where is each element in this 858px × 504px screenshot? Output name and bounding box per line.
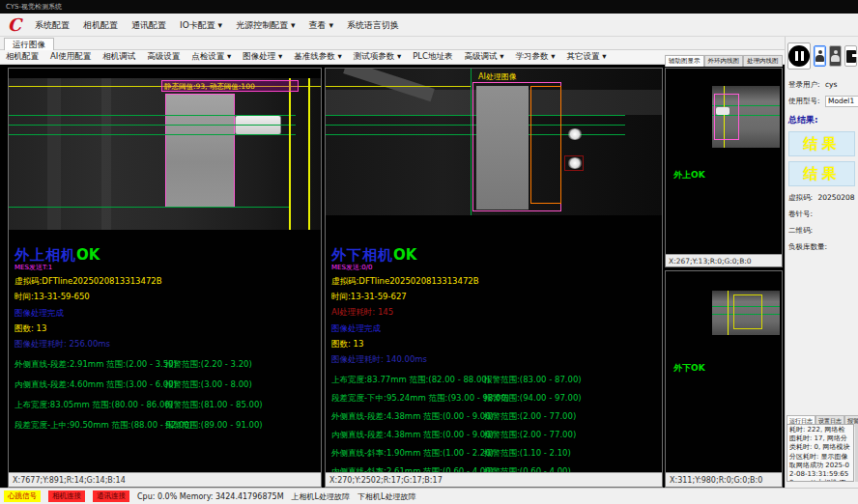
measurement-value: 外侧直线-斜率:1.90mm 范围:(1.00 - 2.20) xyxy=(331,448,494,460)
measure-line-green xyxy=(9,125,296,126)
toolbar-item[interactable]: 其它设置 ▾ xyxy=(566,51,606,63)
boundary-line-yellow xyxy=(728,291,729,335)
highlight-spot xyxy=(567,128,583,140)
roi-rect-yellow xyxy=(733,294,762,329)
boundary-line-green xyxy=(471,69,472,215)
toolbar-item[interactable]: 高级设置 xyxy=(147,51,180,63)
toolbar-item[interactable]: 相机调试 xyxy=(102,51,135,63)
menu-items: 系统配置相机配置通讯配置IO卡配置 ▾光源控制配置 ▾查看 ▾系统语言切换 xyxy=(35,14,399,37)
heartbeat-badge: 心跳信号 xyxy=(4,490,41,502)
measurement-value: 段差宽度-下中:95.24mm 范围:(93.00 - 98.00) xyxy=(331,393,509,405)
connector-part xyxy=(716,107,729,115)
time-line: 时间:13-31-59-650 xyxy=(14,292,314,303)
cpu-memory-text: Cpu: 0.0% Memory: 3424.41796875M xyxy=(137,492,284,501)
camera-panel-upper-outer[interactable]: 静态阈值:93, 动态阈值:100 外上相机OK MES发送T:1 虚拟码:DF… xyxy=(8,68,322,488)
login-user-row: 登录用户: cys xyxy=(786,80,858,90)
alarm-range: 报警范围:(94.00 - 97.00) xyxy=(484,393,582,405)
user-login-button[interactable] xyxy=(814,45,826,67)
alarm-range: 报警范围:(2.00 - 77.00) xyxy=(484,411,576,423)
menu-item[interactable]: IO卡配置 ▾ xyxy=(180,19,222,32)
tab-row: 运行图像 xyxy=(0,37,858,50)
preview-tabs: 辅助图显示 外环内线图 处理内线图 xyxy=(665,54,783,67)
exit-button[interactable] xyxy=(844,45,857,67)
boundary-line-yellow xyxy=(289,78,291,230)
result-overlay-middle: 外下相机OK MES发送:0/0 虚拟码:DFTline202502081331… xyxy=(331,245,654,485)
menu-item[interactable]: 系统配置 xyxy=(35,19,70,32)
toolbar-item[interactable]: 图像处理 ▾ xyxy=(243,51,282,63)
app-logo-icon: C xyxy=(4,15,25,35)
fault-lower-camera[interactable]: 下相机L处理故障 xyxy=(358,491,415,502)
tab-run-image[interactable]: 运行图像 xyxy=(4,38,54,50)
toolbar-item[interactable]: 学习参数 ▾ xyxy=(515,51,555,63)
comm-connection-badge: 通讯连接 xyxy=(93,490,129,502)
toolbar-item[interactable]: 相机配置 xyxy=(6,51,39,63)
measurement-list: 上布宽度:83.77mm 范围:(82.00 - 88.00) 报警范围:(83… xyxy=(331,375,654,485)
barcode-label: 虚拟码: xyxy=(788,193,813,202)
preview-tab-processed[interactable]: 处理内线图 xyxy=(743,55,783,67)
user-switch-button[interactable] xyxy=(829,45,842,67)
preview-result-bottom: 外下OK xyxy=(673,362,705,375)
camera-panel-lower-outer[interactable]: AI处理图像 外下相机OK MES发送:0/0 虚拟码:DFTline20250… xyxy=(325,68,663,488)
ai-image-label: AI处理图像 xyxy=(478,71,517,82)
qr-row: 二维码: xyxy=(786,226,858,236)
measurement-row: 上布宽度:83.05mm 范围:(80.00 - 86.00) 报警范围:(81… xyxy=(14,400,314,420)
measurement-value: 内侧直线-段差:4.60mm 范围:(3.00 - 6.00) xyxy=(14,379,177,391)
alarm-range: 报警范围:(89.00 - 91.00) xyxy=(165,420,263,432)
result-box-2: 结果 xyxy=(788,161,855,186)
measurement-row: 段差宽度-上中:90.50mm 范围:(88.00 - 92.00) 报警范围:… xyxy=(14,420,314,440)
pause-icon xyxy=(788,45,810,67)
preview-image-bottom xyxy=(712,291,780,335)
toolbar-item[interactable]: 高级调试 ▾ xyxy=(465,51,504,63)
preview-result-top: 外上OK xyxy=(673,169,705,182)
count-row: 负极库数量: xyxy=(786,242,858,252)
process-done-line: 图像处理完成 xyxy=(14,308,314,320)
measurement-row: 外侧直线-段差:2.91mm 范围:(2.00 - 3.50) 报警范围:(2.… xyxy=(14,359,314,379)
roi-rect-orange xyxy=(530,86,561,204)
toolbar-item[interactable]: PLC地址表 xyxy=(413,51,452,63)
toolbar-item[interactable]: 点检设置 ▾ xyxy=(191,51,231,63)
process-time-line: 图像处理耗时: 256.00ms xyxy=(14,339,314,350)
menu-item[interactable]: 系统语言切换 xyxy=(347,19,399,32)
threshold-label: 静态阈值:93, 动态阈值:100 xyxy=(161,80,299,92)
measurement-row: 内侧直线-段差:4.60mm 范围:(3.00 - 6.00) 报警范围:(3.… xyxy=(14,379,314,400)
needle-label: 卷针号: xyxy=(788,210,813,218)
log-text[interactable]: 耗时: 222, 网络检图耗时: 17, 网络分类耗时: 0, 网络模块分区耗时… xyxy=(786,424,854,482)
result-status: OK xyxy=(393,246,416,264)
model-value[interactable]: Model1 xyxy=(825,96,858,107)
app-window: CYS-视觉检测系统 C 系统配置相机配置通讯配置IO卡配置 ▾光源控制配置 ▾… xyxy=(0,0,858,504)
result-status: OK xyxy=(76,246,100,264)
result-box-1: 结果 xyxy=(788,131,855,156)
menu-item[interactable]: 查看 ▾ xyxy=(309,19,333,32)
pause-button[interactable] xyxy=(787,42,811,70)
preview-panel-bottom[interactable]: 外下OK X:311;Y:980;R:0;G:0;B:0 xyxy=(665,270,783,488)
sidebar-buttons xyxy=(787,42,857,70)
control-sidebar: 登录用户: cys 使用型号: Model1 总结果: 结果 结果 虚拟码: 2… xyxy=(785,37,858,488)
toolbar-item[interactable]: AI使用配置 xyxy=(50,51,91,63)
camera-connection-badge: 相机连接 xyxy=(48,490,85,502)
measurement-value: 外侧直线-段差:2.91mm 范围:(2.00 - 3.50) xyxy=(14,359,177,371)
alarm-range: 报警范围:(83.00 - 87.00) xyxy=(484,375,582,386)
toolbar-item[interactable]: 测试项参数 ▾ xyxy=(354,51,401,63)
alarm-range: 报警范围:(3.00 - 8.00) xyxy=(165,379,252,391)
login-user-value: cys xyxy=(825,80,837,89)
measure-line-green xyxy=(9,134,296,135)
menu-item[interactable]: 通讯配置 xyxy=(131,19,166,32)
menu-item[interactable]: 相机配置 xyxy=(83,19,118,32)
preview-panel-top[interactable]: 外上OK X:267;Y:13;R:0;G:0;B:0 xyxy=(665,68,783,267)
camera-image-left: 静态阈值:93, 动态阈值:100 xyxy=(9,78,321,230)
user-icon xyxy=(815,50,824,62)
exit-door-icon xyxy=(846,50,856,63)
measurement-row: 内侧直线-段差:4.38mm 范围:(0.00 - 9.00) 报警范围:(2.… xyxy=(331,430,654,448)
preview-tab-aux[interactable]: 辅助图显示 xyxy=(665,55,704,67)
toolbar-item[interactable]: 基准线参数 ▾ xyxy=(294,51,341,63)
camera-name: 外下相机 xyxy=(331,246,393,264)
measurement-value: 外侧直线-段差:4.38mm 范围:(0.00 - 9.00) xyxy=(331,411,494,423)
pixel-coords-preview-top: X:267;Y:13;R:0;G:0;B:0 xyxy=(666,254,782,266)
result-overlay-left: 外上相机OK MES发送T:1 虚拟码:DFTline2025020813313… xyxy=(14,245,314,440)
menu-item[interactable]: 光源控制配置 ▾ xyxy=(236,19,295,32)
pixel-coords-middle: X:270;Y:2502;R:17;G:17;B:17 xyxy=(326,472,662,487)
titlebar: CYS-视觉检测系统 xyxy=(0,0,858,14)
defect-box xyxy=(564,155,584,171)
preview-tab-outer[interactable]: 外环内线图 xyxy=(704,55,744,67)
fault-upper-camera[interactable]: 上相机L处理故障 xyxy=(292,491,350,502)
